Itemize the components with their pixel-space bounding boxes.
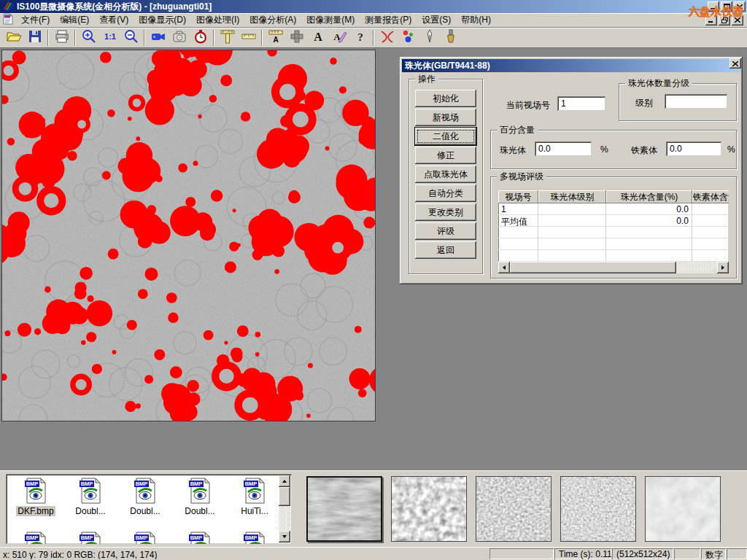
help-icon: ? — [352, 28, 368, 47]
table-header-3[interactable]: 铁素体含量(%) — [692, 190, 729, 203]
zoom-out-button[interactable] — [120, 28, 142, 47]
bmp-file-icon: BMP — [173, 532, 227, 544]
menu-item-9[interactable]: 帮助(H) — [456, 12, 496, 28]
bmp-file-icon: BMP — [9, 478, 63, 506]
scrollbar-track[interactable] — [676, 262, 717, 273]
ferrite-percent-input[interactable]: 0.0 — [666, 141, 721, 156]
menu-item-6[interactable]: 图像测量(M) — [301, 12, 360, 28]
op-button-4[interactable]: 点取珠光体 — [415, 166, 476, 183]
rating-table[interactable]: 视场号珠光体级别珠光体含量(%)铁素体含量(%) 10.0平均值0.0 — [498, 190, 729, 273]
dialog-title-bar[interactable]: 珠光体(GB/T9441-88) — [402, 59, 740, 72]
table-row[interactable]: 10.0 — [498, 203, 729, 215]
file-item[interactable]: BMPDKF.bmp — [9, 478, 63, 516]
help-button[interactable]: ? — [349, 28, 371, 47]
menu-item-3[interactable]: 图像显示(D) — [133, 12, 191, 28]
menu-item-7[interactable]: 测量报告(P) — [360, 12, 417, 28]
table-row[interactable] — [498, 227, 729, 238]
micrograph-thumb-2[interactable] — [391, 476, 467, 542]
scroll-right-button[interactable] — [717, 262, 729, 273]
micrograph-thumb-3[interactable] — [476, 476, 551, 542]
ruler-button[interactable] — [238, 28, 259, 47]
menu-item-4[interactable]: 图像处理(I) — [191, 12, 244, 28]
op-button-1[interactable]: 新视场 — [415, 109, 476, 126]
micrograph-thumb-1[interactable] — [306, 476, 382, 542]
micrograph-thumb-4[interactable] — [560, 476, 636, 542]
file-item[interactable]: BMPHuiTi... — [228, 478, 282, 516]
menu-item-1[interactable]: 编辑(E) — [55, 12, 94, 28]
zoom-in-button[interactable] — [78, 28, 99, 47]
menu-item-0[interactable]: 文件(F) — [16, 12, 55, 28]
grid-button[interactable] — [286, 28, 307, 47]
table-horizontal-scrollbar[interactable] — [498, 262, 729, 273]
micrograph-image[interactable] — [1, 50, 376, 421]
grade-group-label: 珠光体数量分级 — [625, 78, 692, 88]
table-header-2[interactable]: 珠光体含量(%) — [606, 190, 692, 203]
actual-size-button[interactable]: 1:1 — [99, 28, 120, 47]
file-item[interactable]: BMPDoubl... — [118, 478, 172, 516]
table-header-1[interactable]: 珠光体级别 — [538, 190, 606, 203]
annotate-button[interactable]: A — [328, 28, 349, 47]
table-row[interactable] — [498, 238, 729, 250]
file-item[interactable]: BMPDoubl... — [173, 478, 227, 516]
table-row[interactable] — [498, 250, 729, 262]
file-item-partial[interactable]: BMP — [63, 532, 117, 544]
micrograph-thumb-5[interactable] — [645, 476, 721, 542]
curve-tool-icon — [379, 28, 395, 47]
menu-item-2[interactable]: 查看(V) — [94, 12, 133, 28]
file-list[interactable]: BMPDKF.bmpBMPDoubl...BMPDoubl...BMPDoubl… — [6, 474, 292, 544]
scrollbar-thumb[interactable] — [510, 262, 676, 273]
ruler-icon — [241, 28, 257, 47]
open-button[interactable] — [3, 28, 24, 47]
child-restore-button[interactable] — [719, 15, 730, 26]
svg-text:A: A — [273, 36, 278, 44]
file-name: DKF.bmp — [9, 506, 63, 516]
grade-group: 珠光体数量分级 级别 — [619, 83, 737, 121]
grade-input[interactable] — [665, 94, 727, 109]
ferrite-label: 铁素体 — [631, 144, 657, 157]
child-minimize-button[interactable] — [705, 15, 717, 26]
svg-text:BMP: BMP — [245, 534, 258, 541]
op-button-7[interactable]: 评级 — [415, 222, 476, 240]
percent-group-label: 百分含量 — [497, 125, 538, 135]
child-window-controls — [705, 15, 743, 26]
brush-button[interactable] — [440, 28, 461, 47]
file-item-partial[interactable]: BMP — [173, 532, 227, 544]
table-row[interactable]: 平均值0.0 — [498, 215, 729, 227]
current-field-input[interactable]: 1 — [557, 96, 605, 111]
op-button-6[interactable]: 更改类别 — [415, 203, 476, 221]
pen-button[interactable] — [419, 28, 440, 47]
minimize-button[interactable] — [708, 1, 719, 12]
timer-button[interactable] — [190, 28, 211, 47]
caliper-button[interactable] — [217, 28, 238, 47]
particles-button[interactable] — [398, 28, 419, 47]
toolbar: 1:1AAA? — [0, 28, 747, 48]
file-item[interactable]: BMPDoubl... — [63, 478, 117, 516]
op-button-2[interactable]: 二值化 — [415, 128, 476, 145]
file-item-partial[interactable]: BMP — [118, 532, 172, 544]
dialog-close-button[interactable] — [729, 58, 741, 69]
video-camera-button[interactable] — [147, 28, 169, 47]
table-header-0[interactable]: 视场号 — [498, 190, 538, 203]
save-button[interactable] — [24, 28, 45, 47]
measure-text-button[interactable]: A — [265, 28, 286, 47]
child-close-button[interactable] — [732, 15, 743, 26]
file-item-partial[interactable]: BMP — [9, 532, 63, 544]
print-button[interactable] — [51, 28, 72, 47]
op-button-3[interactable]: 修正 — [415, 147, 476, 164]
text-button[interactable]: A — [307, 28, 328, 47]
op-button-5[interactable]: 自动分类 — [415, 184, 476, 202]
op-button-8[interactable]: 返回 — [415, 241, 476, 259]
capture-button[interactable] — [169, 28, 190, 47]
menu-item-5[interactable]: 图像分析(A) — [244, 12, 301, 28]
file-item-partial[interactable]: BMP — [228, 532, 282, 544]
dialog-title: 珠光体(GB/T9441-88) — [405, 60, 490, 72]
status-mode: 数字 — [701, 548, 726, 559]
scroll-left-button[interactable] — [498, 262, 510, 273]
brush-icon — [443, 28, 459, 47]
maximize-button[interactable] — [721, 1, 732, 12]
pearlite-percent-input[interactable]: 0.0 — [535, 141, 592, 156]
op-button-0[interactable]: 初始化 — [415, 90, 476, 107]
curve-tool-button[interactable] — [376, 28, 398, 47]
close-button[interactable] — [734, 1, 746, 12]
menu-item-8[interactable]: 设置(S) — [417, 12, 456, 28]
